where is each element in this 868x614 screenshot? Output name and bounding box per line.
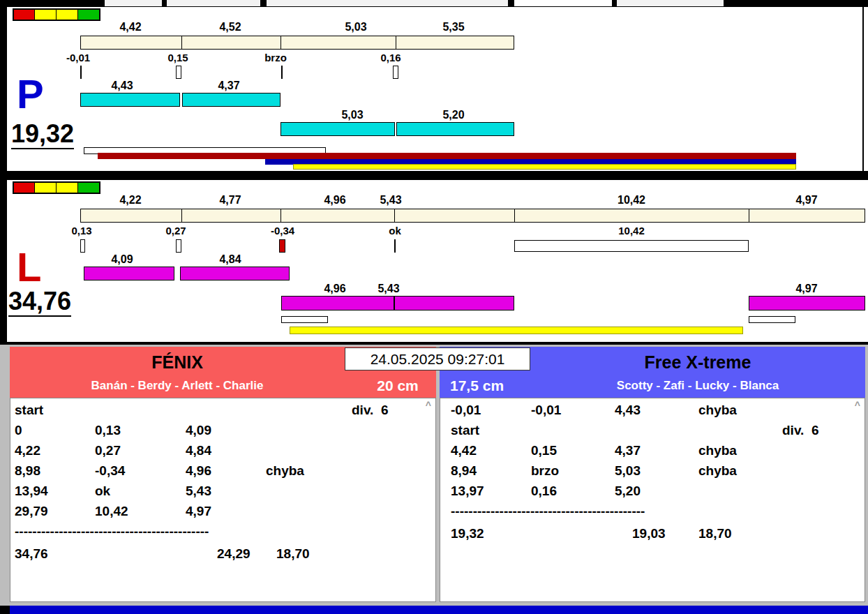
split-time-label: 4,42	[119, 21, 141, 33]
result-cell: 0	[15, 423, 22, 438]
scoreboard-section: FÉNIX Banán - Berdy - Arlett - Charlie 2…	[0, 342, 868, 606]
dog-time-bar	[394, 296, 514, 310]
result-row: 13,94 ok 5,43	[10, 484, 435, 504]
crossing-marker	[394, 239, 396, 253]
dog-time-bar	[396, 122, 514, 136]
ruler-segment	[81, 36, 182, 49]
ruler-segment	[281, 209, 395, 222]
reaction-time-label: -0,34	[271, 225, 294, 237]
start-lights	[13, 181, 100, 194]
best-time-cell: 18,70	[276, 546, 310, 562]
reaction-time-label: ok	[389, 225, 401, 237]
datetime-display: 24.05.2025 09:27:01	[345, 347, 530, 370]
ruler-segment	[281, 36, 396, 49]
result-cell: -0,01	[451, 403, 481, 418]
light-red	[13, 9, 35, 20]
dog-time-label: 4,37	[218, 80, 239, 92]
result-cell: brzo	[531, 463, 559, 479]
light-red	[13, 182, 35, 193]
team-right-results[interactable]: ^ -0,01 -0,01 4,43 chyba start div. 6 4,…	[440, 398, 865, 602]
crossing-marker	[176, 66, 181, 79]
result-cell-fault: chyba	[698, 443, 737, 458]
team-left-results[interactable]: ^ start div. 6 0 0,13 4,09 4,22 0,27 4,8…	[10, 398, 436, 602]
result-row: 8,94 brzo 5,03 chyba	[440, 463, 865, 484]
reaction-time-label: 10,42	[618, 225, 645, 237]
split-time-label: 4,22	[119, 194, 141, 207]
result-row: 4,42 0,15 4,37 chyba	[440, 443, 865, 463]
clean-time-cell: 19,03	[632, 526, 666, 541]
result-cell-fault: chyba	[698, 463, 737, 479]
result-cell: 0,16	[531, 484, 557, 499]
result-cell: 0,27	[95, 443, 121, 458]
total-row: 34,76 24,29 18,70	[10, 546, 435, 567]
dog-time-label: 4,09	[111, 253, 133, 266]
overlay-bar-red	[98, 153, 796, 159]
reaction-time-label: 0,15	[167, 52, 188, 63]
crossing-marker	[80, 66, 82, 79]
bottom-status-strip	[10, 606, 868, 614]
dog-time-label: 4,84	[219, 253, 241, 266]
toolbar-remnant[interactable]	[105, 0, 162, 6]
rerun-gap-bar	[514, 240, 749, 252]
team-left-name: FÉNIX	[10, 352, 345, 373]
reaction-time-label: 0,16	[380, 52, 401, 63]
result-row: start div. 6	[10, 403, 435, 423]
light-yellow-1	[35, 182, 57, 193]
separator-row: ----------------------------------------…	[10, 524, 435, 544]
dog-time-label: 4,97	[795, 283, 817, 295]
ruler-segment	[396, 36, 514, 49]
crossing-marker	[281, 66, 283, 79]
panel-right-divider	[862, 7, 864, 171]
lane-p-panel: 4,42 4,52 5,03 5,35 -0,01 0,15 brzo 0,16…	[7, 7, 868, 171]
result-cell: 29,79	[15, 504, 48, 519]
overlay-bar-white	[749, 316, 795, 323]
start-lights	[13, 8, 100, 21]
ruler-segment	[395, 209, 515, 222]
dog-time-bar	[281, 296, 394, 310]
dog-time-bar	[182, 93, 280, 107]
light-yellow-2	[57, 182, 78, 193]
lane-p-letter: P	[17, 74, 44, 114]
result-cell: 0,13	[95, 423, 121, 438]
separator-row: ----------------------------------------…	[440, 504, 865, 524]
dog-time-bar	[180, 267, 290, 280]
result-cell: 4,96	[186, 463, 211, 479]
result-cell: start	[15, 403, 43, 418]
toolbar-remnant[interactable]	[514, 0, 612, 6]
light-green	[78, 9, 100, 20]
toolbar-remnant[interactable]	[267, 0, 508, 6]
result-row: 29,79 10,42 4,97	[10, 504, 435, 524]
result-cell: 13,97	[451, 484, 484, 499]
result-cell: 5,20	[615, 484, 641, 499]
result-cell: 4,97	[186, 504, 211, 519]
ruler-segment	[749, 209, 865, 222]
result-row: 4,22 0,27 4,84	[10, 443, 435, 463]
separator-dashes: ----------------------------------------…	[15, 524, 209, 539]
team-right-dogs: Scotty - Zafi - Lucky - Blanca	[530, 379, 865, 393]
dog-time-bar	[80, 93, 180, 107]
result-cell: div. 6	[782, 423, 818, 438]
reaction-time-label: 0,13	[71, 225, 91, 237]
reaction-time-label: 0,27	[165, 225, 186, 237]
light-yellow-2	[57, 9, 78, 20]
team-left-jump-height: 20 cm	[363, 377, 433, 394]
split-time-label: 4,96	[324, 194, 345, 207]
separator-dashes: ----------------------------------------…	[451, 504, 645, 519]
toolbar-remnant[interactable]	[617, 0, 724, 6]
dog-time-label: 5,03	[341, 109, 363, 121]
toolbar-remnant[interactable]	[167, 0, 260, 6]
lane-l-letter: L	[17, 247, 41, 287]
result-cell: -0,01	[531, 403, 561, 418]
result-cell: 8,98	[15, 463, 40, 479]
overlay-bar-white	[281, 316, 328, 323]
lane-l-panel: 4,22 4,77 4,96 5,43 10,42 4,97 0,13 0,27…	[7, 180, 868, 342]
split-time-label: 5,03	[345, 21, 366, 33]
split-ruler	[80, 36, 514, 50]
crossing-marker	[80, 239, 85, 253]
split-time-label: 4,52	[219, 21, 241, 33]
split-time-label: 5,35	[442, 21, 464, 33]
result-cell: div. 6	[352, 403, 388, 418]
result-cell: 4,43	[615, 403, 641, 418]
light-green	[78, 182, 100, 193]
team-right-jump-height: 17,5 cm	[450, 377, 504, 394]
